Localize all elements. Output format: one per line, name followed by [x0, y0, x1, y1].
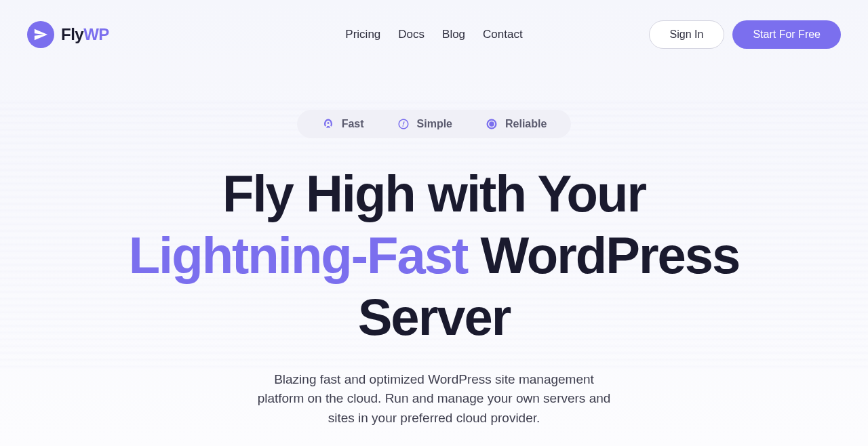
- badge-fast-label: Fast: [342, 118, 364, 130]
- rocket-icon: [321, 117, 335, 131]
- main-nav: Pricing Docs Blog Contact: [345, 28, 522, 41]
- badge-simple: Simple: [397, 117, 452, 131]
- shield-icon: [485, 117, 498, 131]
- nav-docs[interactable]: Docs: [398, 28, 425, 41]
- title-line1: Fly High with Your: [222, 165, 646, 222]
- logo-prefix: Fly: [61, 25, 83, 43]
- start-free-button[interactable]: Start For Free: [732, 20, 841, 49]
- title-highlight: Lightning-Fast: [129, 226, 468, 284]
- badge-reliable: Reliable: [485, 117, 547, 131]
- hero-subtitle: Blazing fast and optimized WordPress sit…: [251, 370, 617, 428]
- snap-icon: [397, 117, 410, 131]
- hero-section: Fast Simple Reliable Fly High with Your …: [0, 69, 868, 428]
- feature-badges: Fast Simple Reliable: [297, 110, 572, 138]
- hero-title: Fly High with Your Lightning-Fast WordPr…: [115, 163, 753, 348]
- logo[interactable]: FlyWP: [27, 21, 109, 48]
- nav-blog[interactable]: Blog: [442, 28, 465, 41]
- nav-pricing[interactable]: Pricing: [345, 28, 380, 41]
- header: FlyWP Pricing Docs Blog Contact Sign In …: [0, 0, 868, 69]
- logo-text: FlyWP: [61, 25, 109, 44]
- logo-accent: WP: [83, 25, 109, 43]
- logo-icon: [27, 21, 54, 48]
- nav-contact[interactable]: Contact: [483, 28, 523, 41]
- header-actions: Sign In Start For Free: [649, 20, 841, 49]
- badge-reliable-label: Reliable: [505, 118, 547, 130]
- signin-button[interactable]: Sign In: [649, 20, 725, 49]
- badge-fast: Fast: [321, 117, 364, 131]
- badge-simple-label: Simple: [417, 118, 452, 130]
